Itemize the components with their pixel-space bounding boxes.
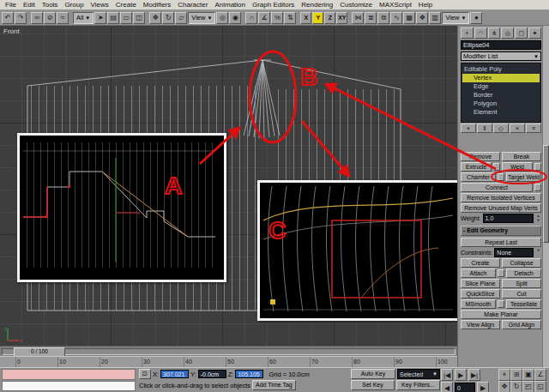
menu-item[interactable]: Help bbox=[415, 0, 436, 9]
cut-button[interactable]: Cut bbox=[502, 289, 541, 299]
field-of-view-icon[interactable]: ∠ bbox=[534, 369, 546, 381]
rectangular-region-icon[interactable]: ▭ bbox=[120, 12, 132, 24]
tessellate-button[interactable]: Tessellate bbox=[506, 299, 541, 309]
panel-scrollbar-thumb[interactable] bbox=[543, 145, 549, 242]
key-filters-button[interactable]: Key Filters... bbox=[396, 380, 440, 390]
reference-coordinate-dropdown[interactable]: View ▼ bbox=[188, 12, 215, 24]
material-editor-icon[interactable]: ❖ bbox=[416, 12, 428, 24]
menu-item[interactable]: Rendering bbox=[298, 0, 336, 9]
unlink-selection-icon[interactable]: ⊘ bbox=[44, 12, 56, 24]
min-max-toggle-icon[interactable]: ◱ bbox=[534, 381, 546, 392]
repeat-last-button[interactable]: Repeat Last bbox=[461, 238, 541, 247]
object-name-field[interactable]: Ellipse04 bbox=[461, 40, 541, 50]
menu-item[interactable]: MAXScript bbox=[376, 0, 415, 9]
select-and-scale-icon[interactable]: ▱ bbox=[175, 12, 187, 24]
undo-icon[interactable]: ↶ bbox=[2, 12, 14, 24]
menu-item[interactable]: Views bbox=[87, 0, 112, 9]
remove-isolated-vertices-button[interactable]: Remove Isolated Vertices bbox=[461, 193, 541, 202]
current-frame-field[interactable]: 0 bbox=[455, 383, 475, 392]
remove-button[interactable]: Remove bbox=[461, 152, 500, 161]
angle-snap-icon[interactable]: ∡ bbox=[258, 12, 270, 24]
msmooth-settings-button[interactable] bbox=[498, 300, 504, 308]
arc-rotate-icon[interactable]: ↻ bbox=[510, 381, 522, 392]
configure-modifier-sets-icon[interactable]: ≡ bbox=[526, 124, 541, 133]
use-pivot-center-icon[interactable]: ◎ bbox=[216, 12, 228, 24]
go-to-start-icon[interactable]: |◀ bbox=[441, 369, 453, 381]
quickslice-button[interactable]: QuickSlice bbox=[461, 289, 500, 299]
add-time-tag-button[interactable]: Add Time Tag bbox=[252, 380, 296, 390]
viewport-label[interactable]: Front bbox=[3, 27, 20, 35]
quick-render-icon[interactable]: ● bbox=[470, 12, 482, 24]
mirror-icon[interactable]: ⋈ bbox=[352, 12, 364, 24]
target-weld-button[interactable]: Target Weld bbox=[506, 172, 541, 182]
slice-plane-button[interactable]: Slice Plane bbox=[461, 279, 500, 288]
selection-filter-dropdown[interactable]: All ▼ bbox=[73, 12, 94, 24]
menu-item[interactable]: Animation bbox=[211, 0, 249, 9]
render-setup-icon[interactable]: ▥ bbox=[429, 12, 441, 24]
tab-display-icon[interactable]: ▢ bbox=[515, 27, 528, 39]
pan-icon[interactable]: ✥ bbox=[498, 381, 510, 392]
menu-item[interactable]: Edit bbox=[20, 0, 39, 9]
attach-button[interactable]: Attach bbox=[461, 268, 496, 278]
make-planar-button[interactable]: Make Planar bbox=[461, 310, 541, 319]
z-coordinate-field[interactable]: 105.105 bbox=[235, 370, 263, 378]
set-key-button[interactable]: Set Key bbox=[351, 380, 395, 390]
menu-item[interactable]: Modifiers bbox=[140, 0, 174, 9]
stack-subobject-item[interactable]: Border bbox=[462, 91, 540, 100]
extrude-settings-button[interactable] bbox=[493, 163, 500, 171]
chamfer-settings-button[interactable] bbox=[498, 173, 504, 181]
msmooth-button[interactable]: MSmooth bbox=[461, 299, 496, 309]
listener-macro-line[interactable] bbox=[2, 369, 136, 380]
connect-button[interactable]: Connect bbox=[461, 183, 533, 192]
stack-subobject-item[interactable]: Polygon bbox=[462, 100, 540, 108]
track-bar[interactable]: 0102030405060708090100 bbox=[0, 356, 457, 367]
modifier-stack[interactable]: Editable Poly Vertex Edge Border Polygon… bbox=[461, 63, 541, 123]
remove-modifier-icon[interactable]: × bbox=[510, 124, 525, 133]
previous-frame-icon[interactable]: ◀ bbox=[441, 382, 453, 392]
menu-item[interactable]: Tools bbox=[39, 0, 62, 9]
extrude-button[interactable]: Extrude bbox=[461, 162, 492, 172]
x-coordinate-field[interactable]: 307.021 bbox=[160, 370, 189, 378]
connect-settings-button[interactable] bbox=[534, 184, 541, 191]
tab-modify-icon[interactable]: ◠ bbox=[474, 27, 487, 39]
constraints-dropdown[interactable]: None bbox=[494, 248, 534, 257]
menu-item[interactable]: Character bbox=[174, 0, 211, 9]
panel-scrollbar[interactable] bbox=[542, 26, 549, 367]
edit-geometry-rollout-header[interactable]: - Edit Geometry bbox=[461, 226, 541, 236]
select-by-name-icon[interactable]: ▤ bbox=[107, 12, 119, 24]
next-frame-icon[interactable]: ▶ bbox=[477, 382, 489, 392]
remove-unused-map-verts-button[interactable]: Remove Unused Map Verts bbox=[461, 203, 541, 213]
tab-motion-icon[interactable]: ◎ bbox=[501, 27, 514, 39]
menu-item[interactable]: File bbox=[2, 0, 20, 9]
break-button[interactable]: Break bbox=[502, 152, 541, 161]
view-align-button[interactable]: View Align bbox=[461, 320, 500, 329]
tab-create-icon[interactable]: + bbox=[461, 27, 474, 39]
window-crossing-icon[interactable]: ◫ bbox=[133, 12, 145, 24]
make-unique-icon[interactable]: ◇ bbox=[493, 124, 509, 133]
y-coordinate-field[interactable]: -0.0cm bbox=[198, 370, 226, 378]
spinner-snap-icon[interactable]: ⇅ bbox=[284, 12, 296, 24]
listener-script-line[interactable] bbox=[2, 381, 136, 392]
create-button[interactable]: Create bbox=[461, 258, 500, 268]
attach-settings-button[interactable] bbox=[498, 269, 504, 277]
stack-subobject-item[interactable]: Edge bbox=[462, 82, 540, 91]
detach-button[interactable]: Detach bbox=[506, 268, 541, 278]
redo-icon[interactable]: ↷ bbox=[15, 12, 27, 24]
zoom-extents-icon[interactable]: ▣ bbox=[522, 369, 534, 381]
auto-key-button[interactable]: Auto Key bbox=[351, 369, 395, 379]
percent-snap-icon[interactable]: % bbox=[271, 12, 283, 24]
time-slider[interactable]: 0 / 100 bbox=[0, 346, 457, 356]
select-and-rotate-icon[interactable]: ↻ bbox=[162, 12, 174, 24]
curve-editor-icon[interactable]: ∿ bbox=[390, 12, 402, 24]
region-zoom-icon[interactable]: ◰ bbox=[522, 381, 534, 392]
weight-field[interactable]: 1.0 bbox=[483, 214, 534, 223]
select-and-manipulate-icon[interactable]: ◉ bbox=[229, 12, 241, 24]
bind-to-spacewarp-icon[interactable]: ≈ bbox=[57, 12, 69, 24]
selection-lock-toggle[interactable]: ⊡ bbox=[139, 369, 151, 379]
menu-item[interactable]: Customize bbox=[336, 0, 376, 9]
zoom-icon[interactable]: ⌖ bbox=[498, 369, 510, 381]
tab-utilities-icon[interactable]: ✦ bbox=[528, 27, 541, 39]
front-viewport[interactable]: Front bbox=[0, 26, 457, 346]
pin-stack-icon[interactable]: ⌖ bbox=[461, 124, 476, 133]
play-icon[interactable]: ▶ bbox=[455, 369, 467, 381]
